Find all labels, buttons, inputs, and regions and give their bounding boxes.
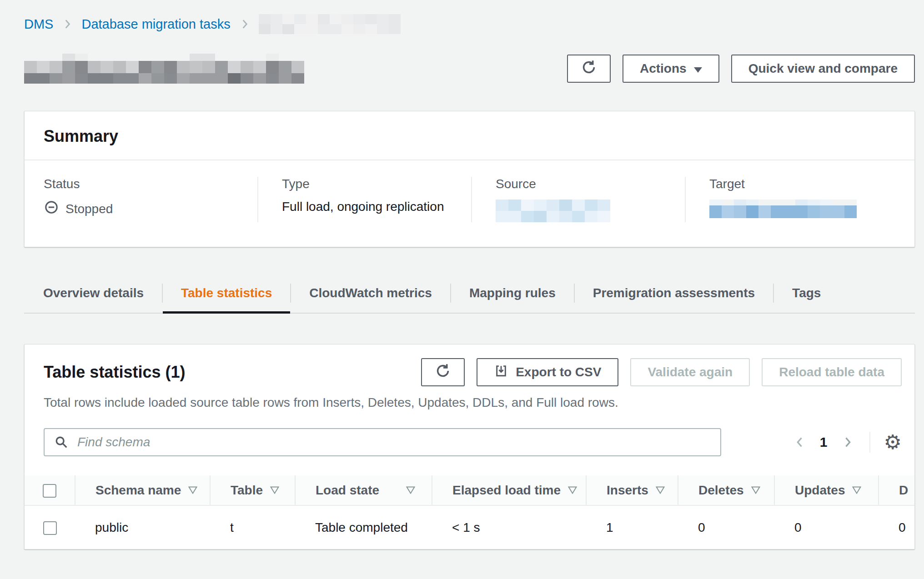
summary-field-status: Status Stopped bbox=[44, 177, 257, 222]
summary-header: Summary bbox=[25, 111, 914, 160]
page-header: Actions Quick view and compare bbox=[24, 54, 915, 84]
cell-inserts: 1 bbox=[586, 505, 678, 549]
table-statistics-table: Schema name Table bbox=[25, 475, 914, 549]
select-all-checkbox[interactable] bbox=[43, 484, 56, 498]
status-label: Status bbox=[44, 177, 257, 191]
pagination: 1 ⚙ bbox=[793, 432, 902, 453]
column-label: Deletes bbox=[698, 483, 744, 498]
target-label: Target bbox=[709, 177, 902, 191]
cell-schema-name: public bbox=[75, 505, 210, 549]
previous-page-button[interactable] bbox=[793, 436, 806, 449]
table-statistics-header: Table statistics (1) bbox=[25, 344, 914, 386]
summary-body: Status Stopped Type Full load, ongoing r… bbox=[25, 160, 914, 247]
sort-filter-icon bbox=[568, 486, 577, 494]
redacted-target-link[interactable] bbox=[709, 200, 902, 218]
cell-ddls-clipped: 0 bbox=[879, 505, 914, 549]
breadcrumb-link-dms[interactable]: DMS bbox=[24, 17, 53, 32]
tab-mapping-rules[interactable]: Mapping rules bbox=[451, 274, 574, 313]
stopped-status-icon bbox=[44, 200, 59, 218]
tab-premigration-assessments[interactable]: Premigration assessments bbox=[575, 274, 773, 313]
quick-view-label: Quick view and compare bbox=[748, 61, 898, 76]
cell-elapsed-load-time: < 1 s bbox=[432, 505, 586, 549]
column-header-elapsed-load-time[interactable]: Elapsed load time bbox=[432, 475, 586, 505]
chevron-right-icon bbox=[61, 18, 73, 30]
reload-table-data-label: Reload table data bbox=[779, 365, 884, 379]
table-row: public t Table completed < 1 s 1 0 0 0 bbox=[25, 505, 914, 549]
breadcrumb: DMS Database migration tasks bbox=[24, 14, 915, 35]
schema-search bbox=[44, 428, 721, 456]
chevron-right-icon bbox=[239, 18, 251, 30]
source-label: Source bbox=[496, 177, 685, 191]
column-header-schema-name[interactable]: Schema name bbox=[75, 475, 210, 505]
export-to-csv-label: Export to CSV bbox=[516, 365, 601, 379]
table-statistics-panel: Table statistics (1) bbox=[24, 344, 915, 549]
sort-filter-icon bbox=[188, 486, 197, 494]
column-header-ddls-clipped[interactable]: D bbox=[879, 475, 914, 505]
summary-title: Summary bbox=[44, 127, 895, 146]
page: DMS Database migration tasks bbox=[0, 0, 924, 549]
row-checkbox[interactable] bbox=[43, 521, 57, 535]
reload-table-data-button[interactable]: Reload table data bbox=[762, 358, 902, 386]
redacted-breadcrumb-task-name bbox=[259, 14, 401, 34]
actions-button-label: Actions bbox=[640, 61, 687, 76]
tab-tags[interactable]: Tags bbox=[774, 274, 839, 313]
column-header-updates[interactable]: Updates bbox=[774, 475, 879, 505]
redacted-source-link[interactable] bbox=[496, 200, 685, 222]
tab-label: CloudWatch metrics bbox=[309, 286, 432, 300]
tab-label: Tags bbox=[792, 286, 821, 300]
caret-down-icon bbox=[694, 61, 702, 76]
next-page-button[interactable] bbox=[841, 436, 854, 449]
tab-label: Overview details bbox=[43, 286, 144, 300]
table-refresh-button[interactable] bbox=[421, 358, 465, 386]
sort-filter-icon bbox=[852, 486, 861, 494]
table-statistics-title: Table statistics (1) bbox=[44, 358, 185, 382]
table-controls-row: 1 ⚙ bbox=[25, 410, 914, 456]
summary-panel: Summary Status Stopped Type Full load, o… bbox=[24, 111, 915, 247]
type-value: Full load, ongoing replication bbox=[282, 200, 471, 214]
type-label: Type bbox=[282, 177, 471, 191]
column-label: Table bbox=[231, 483, 263, 498]
row-select-cell bbox=[25, 505, 75, 549]
refresh-icon bbox=[581, 59, 597, 79]
column-header-deletes[interactable]: Deletes bbox=[678, 475, 774, 505]
tab-label: Premigration assessments bbox=[593, 286, 755, 300]
tab-label: Table statistics bbox=[181, 286, 272, 300]
column-header-load-state[interactable]: Load state bbox=[295, 475, 432, 505]
tab-label: Mapping rules bbox=[469, 286, 556, 300]
tab-table-statistics[interactable]: Table statistics bbox=[163, 274, 290, 313]
breadcrumb-link-tasks[interactable]: Database migration tasks bbox=[81, 17, 230, 32]
sort-filter-icon bbox=[656, 486, 665, 494]
export-to-csv-button[interactable]: Export to CSV bbox=[477, 358, 618, 386]
column-label: Updates bbox=[795, 483, 845, 498]
cell-table: t bbox=[210, 505, 295, 549]
settings-gear-icon[interactable]: ⚙ bbox=[884, 432, 902, 452]
column-label: Load state bbox=[316, 483, 379, 498]
column-header-inserts[interactable]: Inserts bbox=[586, 475, 678, 505]
validate-again-button[interactable]: Validate again bbox=[630, 358, 750, 386]
validate-again-label: Validate again bbox=[648, 365, 733, 379]
search-icon bbox=[54, 434, 69, 452]
table-statistics-description: Total rows include loaded source table r… bbox=[25, 386, 914, 410]
actions-button[interactable]: Actions bbox=[623, 55, 719, 83]
summary-field-type: Type Full load, ongoing replication bbox=[257, 177, 471, 222]
summary-field-source: Source bbox=[471, 177, 685, 222]
tab-cloudwatch-metrics[interactable]: CloudWatch metrics bbox=[291, 274, 450, 313]
column-label: Schema name bbox=[95, 483, 181, 498]
tab-overview-details[interactable]: Overview details bbox=[24, 274, 162, 313]
redacted-page-title bbox=[24, 54, 304, 84]
pagination-divider bbox=[869, 432, 870, 453]
column-header-table[interactable]: Table bbox=[210, 475, 295, 505]
current-page-number: 1 bbox=[820, 434, 828, 450]
status-value: Stopped bbox=[44, 200, 257, 218]
quick-view-compare-button[interactable]: Quick view and compare bbox=[731, 55, 915, 83]
cell-deletes: 0 bbox=[678, 505, 774, 549]
column-label: D bbox=[899, 483, 908, 498]
cell-load-state: Table completed bbox=[295, 505, 432, 549]
find-schema-input[interactable] bbox=[44, 428, 721, 456]
sort-filter-icon bbox=[270, 486, 279, 494]
select-all-header-cell bbox=[25, 475, 75, 505]
header-actions: Actions Quick view and compare bbox=[567, 55, 915, 83]
table-header-row: Schema name Table bbox=[25, 475, 914, 505]
refresh-button[interactable] bbox=[567, 55, 611, 83]
sort-filter-icon bbox=[406, 486, 415, 494]
